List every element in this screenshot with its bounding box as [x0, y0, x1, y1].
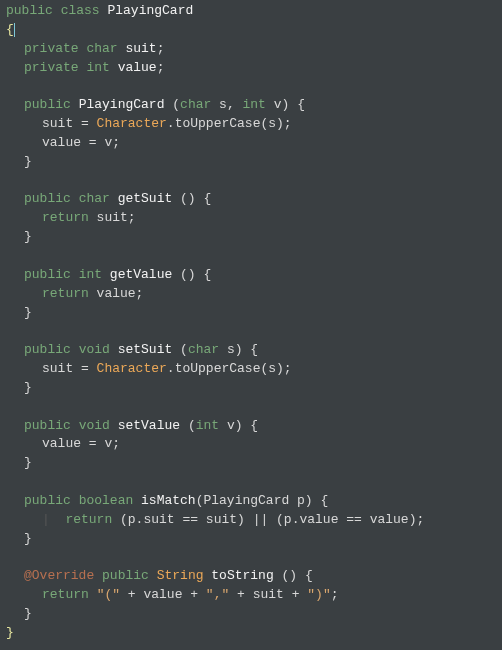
code-line: | return (p.suit == suit) || (p.value ==… — [6, 511, 496, 530]
keyword: return — [65, 512, 112, 527]
blank-line — [6, 172, 496, 191]
expr: + suit + — [229, 587, 307, 602]
punct: ; — [331, 587, 339, 602]
blank-line — [6, 473, 496, 492]
class-ref: String — [157, 568, 204, 583]
brace-close: } — [6, 625, 14, 640]
annotation: Override — [32, 568, 94, 583]
keyword: return — [42, 210, 89, 225]
space — [89, 587, 97, 602]
param: v) { — [266, 97, 305, 112]
punct: () { — [172, 191, 211, 206]
brace-close: } — [24, 531, 32, 546]
space — [94, 568, 102, 583]
punct: (PlayingCard p) { — [196, 493, 329, 508]
call: .toUpperCase(s); — [167, 361, 292, 376]
keyword: int — [86, 60, 109, 75]
keyword: public — [24, 267, 71, 282]
code-line: return "(" + value + "," + suit + ")"; — [6, 586, 496, 605]
code-line: public void setSuit (char s) { — [6, 341, 496, 360]
string-literal: ")" — [307, 587, 330, 602]
code-line: public void setValue (int v) { — [6, 417, 496, 436]
keyword: public — [24, 342, 71, 357]
keyword: private — [24, 41, 79, 56]
brace-close: } — [24, 229, 32, 244]
keyword: char — [180, 97, 211, 112]
code-line: @Override public String toString () { — [6, 567, 496, 586]
brace-close: } — [24, 455, 32, 470]
keyword: void — [79, 342, 110, 357]
expr: + value + — [120, 587, 206, 602]
keyword: public — [24, 493, 71, 508]
brace-close: } — [24, 154, 32, 169]
keyword: char — [188, 342, 219, 357]
param: s, — [211, 97, 242, 112]
field-name: value — [118, 60, 157, 75]
punct: ( — [172, 97, 180, 112]
blank-line — [6, 247, 496, 266]
code-line: public boolean isMatch(PlayingCard p) { — [6, 492, 496, 511]
punct: () { — [172, 267, 211, 282]
method-name: toString — [211, 568, 273, 583]
code-line: } — [6, 304, 496, 323]
expr: suit = — [42, 116, 97, 131]
param: s) { — [219, 342, 258, 357]
call: .toUpperCase(s); — [167, 116, 292, 131]
code-line: { — [6, 21, 496, 40]
brace-close: } — [24, 305, 32, 320]
keyword: public — [24, 191, 71, 206]
code-line: suit = Character.toUpperCase(s); — [6, 115, 496, 134]
expr: value = v; — [42, 135, 120, 150]
string-literal: "," — [206, 587, 229, 602]
keyword: public — [24, 97, 71, 112]
method-name: getValue — [110, 267, 172, 282]
code-line: } — [6, 153, 496, 172]
code-line: private char suit; — [6, 40, 496, 59]
code-line: suit = Character.toUpperCase(s); — [6, 360, 496, 379]
keyword: boolean — [79, 493, 134, 508]
code-line: } — [6, 454, 496, 473]
method-name: isMatch — [141, 493, 196, 508]
code-line: private int value; — [6, 59, 496, 78]
expr: value = v; — [42, 436, 120, 451]
string-literal: "(" — [97, 587, 120, 602]
code-line: value = v; — [6, 134, 496, 153]
code-line: } — [6, 379, 496, 398]
method-name: getSuit — [118, 191, 173, 206]
keyword: char — [86, 41, 117, 56]
keyword: int — [196, 418, 219, 433]
keyword: char — [79, 191, 110, 206]
blank-line — [6, 322, 496, 341]
code-line: return suit; — [6, 209, 496, 228]
blank-line — [6, 398, 496, 417]
keyword: public — [24, 418, 71, 433]
punct: ; — [157, 41, 165, 56]
keyword: int — [79, 267, 102, 282]
param: v) { — [219, 418, 258, 433]
keyword: public — [102, 568, 149, 583]
expr: suit = — [42, 361, 97, 376]
code-line: } — [6, 624, 496, 643]
code-line: public char getSuit () { — [6, 190, 496, 209]
code-line: } — [6, 605, 496, 624]
keyword: int — [243, 97, 266, 112]
expr: suit; — [89, 210, 136, 225]
code-editor[interactable]: public class PlayingCard { private char … — [6, 2, 496, 643]
code-line: } — [6, 228, 496, 247]
expr: (p.suit == suit) || (p.value == value); — [112, 512, 424, 527]
code-line: return value; — [6, 285, 496, 304]
brace-close: } — [24, 380, 32, 395]
code-line: } — [6, 530, 496, 549]
code-line: value = v; — [6, 435, 496, 454]
expr: value; — [89, 286, 144, 301]
punct: ; — [157, 60, 165, 75]
keyword: void — [79, 418, 110, 433]
punct: () { — [274, 568, 313, 583]
keyword: return — [42, 587, 89, 602]
punct: ( — [180, 418, 196, 433]
method-name: setSuit — [118, 342, 173, 357]
brace-close: } — [24, 606, 32, 621]
blank-line — [6, 548, 496, 567]
field-name: suit — [125, 41, 156, 56]
method-name: setValue — [118, 418, 180, 433]
